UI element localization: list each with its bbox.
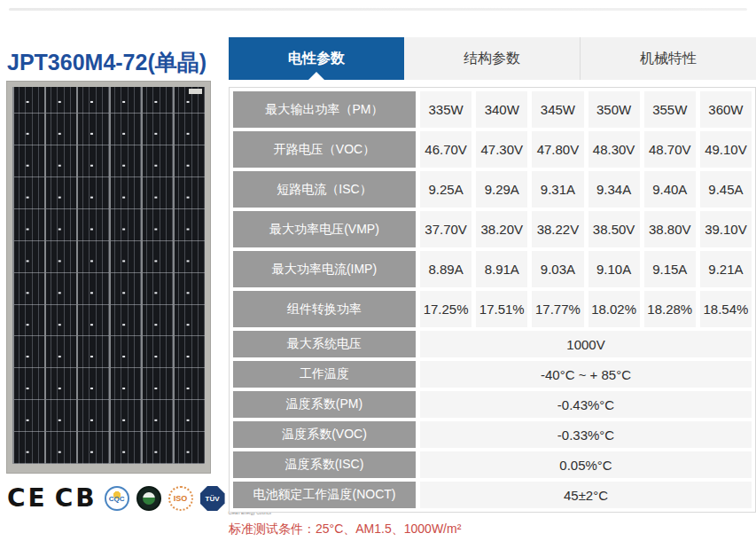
spec-row: 工作温度-40°C ~ + 85°C <box>233 361 752 388</box>
cb-mark-icon: CB <box>55 486 97 511</box>
spec-value-span: 0.05%°C <box>420 451 752 478</box>
spec-value: 18.02% <box>588 291 640 327</box>
product-spec-page: JPT360M4-72(单晶) CE CB CQC ISO TÜV Clean … <box>0 0 756 549</box>
spec-value: 9.34A <box>588 171 640 208</box>
spec-row-label: 最大输出功率（PM） <box>233 91 416 128</box>
spec-row-label: 电池额定工作温度(NOCT) <box>233 482 416 508</box>
spec-value: 355W <box>644 91 696 128</box>
spec-value: 360W <box>700 91 752 128</box>
spec-value: 9.21A <box>700 251 752 287</box>
spec-row-label: 温度系数(ISC) <box>233 451 416 478</box>
spec-row: 组件转换功率17.25%17.51%17.77%18.02%18.28%18.5… <box>233 291 752 327</box>
test-conditions-note: 标准测试条件：25°C、AM1.5、1000W/m² <box>229 522 461 537</box>
spec-row: 温度系数(VOC)-0.33%°C <box>233 421 752 448</box>
spec-value: 350W <box>588 91 640 128</box>
spec-row: 最大系统电压1000V <box>233 331 752 357</box>
spec-row: 开路电压（VOC）46.70V47.30V47.80V48.30V48.70V4… <box>233 131 752 168</box>
spec-value: 8.91A <box>476 251 527 287</box>
spec-value: 9.29A <box>476 171 527 208</box>
spec-value: 9.25A <box>420 171 472 208</box>
spec-row-label: 组件转换功率 <box>233 291 416 327</box>
spec-value-span: 45±2°C <box>420 482 752 508</box>
spec-value: 18.28% <box>644 291 696 327</box>
spec-value: 335W <box>420 91 472 128</box>
spec-value: 47.30V <box>476 131 527 168</box>
ce-mark-icon: CE <box>7 486 48 511</box>
spec-value: 340W <box>476 91 527 128</box>
spec-row: 最大功率电压(VMP)37.70V38.20V38.22V38.50V38.80… <box>233 211 752 247</box>
spec-value: 38.22V <box>532 211 583 247</box>
tab-structural-params[interactable]: 结构参数 <box>404 37 580 80</box>
spec-row-label: 温度系数(PM) <box>233 391 416 418</box>
spec-value: 9.10A <box>588 251 640 287</box>
spec-value: 17.77% <box>532 291 583 327</box>
spec-row-label: 短路电流（ISC） <box>233 171 416 208</box>
spec-row-label: 最大系统电压 <box>233 331 416 357</box>
spec-value: 47.80V <box>532 131 583 168</box>
golden-sun-emblem <box>143 492 155 505</box>
golden-sun-badge-icon <box>136 486 161 511</box>
spec-value-span: -40°C ~ + 85°C <box>420 361 752 388</box>
spec-row: 温度系数(ISC)0.05%°C <box>233 451 752 478</box>
spec-row-label: 开路电压（VOC） <box>233 131 416 168</box>
panel-label-sticker <box>189 89 202 94</box>
tab-electrical-params[interactable]: 电性参数 <box>229 37 404 80</box>
spec-value: 48.70V <box>644 131 696 168</box>
tab-mechanical-props[interactable]: 机械特性 <box>580 37 756 80</box>
spec-value-span: 1000V <box>420 331 752 357</box>
top-divider <box>9 8 747 11</box>
spec-value: 9.31A <box>532 171 583 208</box>
spec-value: 17.25% <box>420 291 472 327</box>
solar-panel-cells <box>12 87 205 464</box>
spec-value: 9.45A <box>700 171 752 208</box>
spec-value: 18.54% <box>700 291 752 327</box>
spec-row: 温度系数(PM)-0.43%°C <box>233 391 752 418</box>
spec-value: 9.03A <box>532 251 583 287</box>
spec-value: 39.10V <box>700 211 752 247</box>
spec-row: 最大功率电流(IMP)8.89A8.91A9.03A9.10A9.15A9.21… <box>233 251 752 287</box>
product-image <box>7 82 210 473</box>
tuv-badge-icon: TÜV <box>200 486 225 511</box>
spec-value: 345W <box>532 91 583 128</box>
spec-value: 49.10V <box>700 131 752 168</box>
spec-row: 电池额定工作温度(NOCT)45±2°C <box>233 482 752 508</box>
spec-value-span: -0.43%°C <box>420 391 752 418</box>
spec-value: 48.30V <box>588 131 640 168</box>
spec-row-label: 最大功率电压(VMP) <box>233 211 416 247</box>
spec-value: 38.80V <box>644 211 696 247</box>
iso-badge-icon: ISO <box>168 486 193 511</box>
spec-value: 9.15A <box>644 251 696 287</box>
spec-row: 最大输出功率（PM）335W340W345W350W355W360W <box>233 91 752 128</box>
cqc-badge-icon: CQC <box>105 486 129 511</box>
spec-value: 37.70V <box>420 211 472 247</box>
spec-tabs: 电性参数 结构参数 机械特性 <box>229 37 756 80</box>
spec-value-span: -0.33%°C <box>420 421 752 448</box>
spec-value: 8.89A <box>420 251 472 287</box>
spec-row-label: 工作温度 <box>233 361 416 388</box>
spec-value: 9.40A <box>644 171 696 208</box>
spec-value: 17.51% <box>476 291 527 327</box>
page-title: JPT360M4-72(单晶) <box>7 48 207 77</box>
spec-value: 38.20V <box>476 211 527 247</box>
spec-row-label: 最大功率电流(IMP) <box>233 251 416 287</box>
spec-value: 38.50V <box>588 211 640 247</box>
spec-table: 最大输出功率（PM）335W340W345W350W355W360W开路电压（V… <box>229 87 756 513</box>
certification-marks: CE CB CQC ISO TÜV Clean Energy Council <box>7 482 259 514</box>
spec-row: 短路电流（ISC）9.25A9.29A9.31A9.34A9.40A9.45A <box>233 171 752 208</box>
spec-value: 46.70V <box>420 131 472 168</box>
spec-row-label: 温度系数(VOC) <box>233 421 416 448</box>
